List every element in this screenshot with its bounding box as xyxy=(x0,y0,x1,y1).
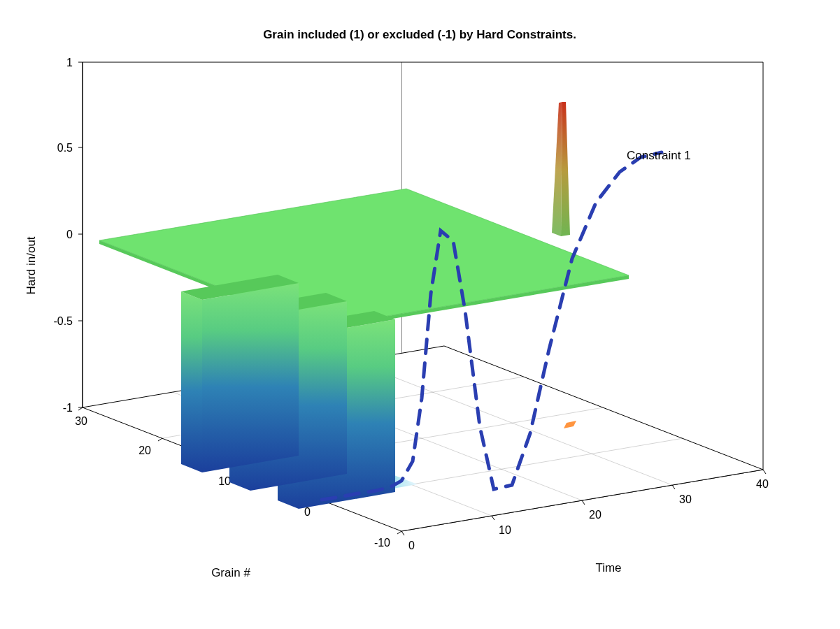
x-tick-1: 10 xyxy=(499,524,511,536)
svg-line-21 xyxy=(672,485,675,489)
z-axis-label: Hard in/out xyxy=(24,236,38,294)
svg-marker-33 xyxy=(202,283,299,472)
chart-3d: Grain included (1) or excluded (-1) by H… xyxy=(0,0,840,629)
annotation-constraint-1: Constraint 1 xyxy=(627,149,691,162)
x-tick-4: 40 xyxy=(756,478,769,490)
y-tick-2: 10 xyxy=(218,475,231,487)
svg-line-19 xyxy=(492,516,494,520)
z-tick-4: 1 xyxy=(66,57,73,68)
y-tick-1: 0 xyxy=(304,506,311,518)
z-tick-3: 0.5 xyxy=(57,142,73,154)
z-tick-1: -0.5 xyxy=(53,315,73,327)
svg-line-16 xyxy=(158,438,162,441)
z-tick-0: -1 xyxy=(63,402,73,414)
y-tick-3: 20 xyxy=(138,444,151,456)
svg-line-13 xyxy=(397,531,401,534)
x-tick-0: 0 xyxy=(408,540,415,551)
x-axis-label: Time xyxy=(595,561,621,574)
chart-title: Grain included (1) or excluded (-1) by H… xyxy=(263,28,576,41)
x-tick-2: 20 xyxy=(589,509,601,521)
y-axis-label: Grain # xyxy=(211,566,250,579)
y-tick-0: -10 xyxy=(374,537,390,549)
z-tick-2: 0 xyxy=(66,229,73,240)
z-axis-ticks xyxy=(78,62,83,407)
svg-line-20 xyxy=(582,500,585,505)
y-tick-4: 30 xyxy=(75,415,87,427)
svg-line-22 xyxy=(763,470,766,474)
svg-marker-34 xyxy=(181,291,202,472)
x-tick-3: 30 xyxy=(679,493,692,505)
neg-band-3 xyxy=(181,275,299,472)
svg-line-18 xyxy=(401,531,404,535)
svg-line-17 xyxy=(78,407,83,410)
